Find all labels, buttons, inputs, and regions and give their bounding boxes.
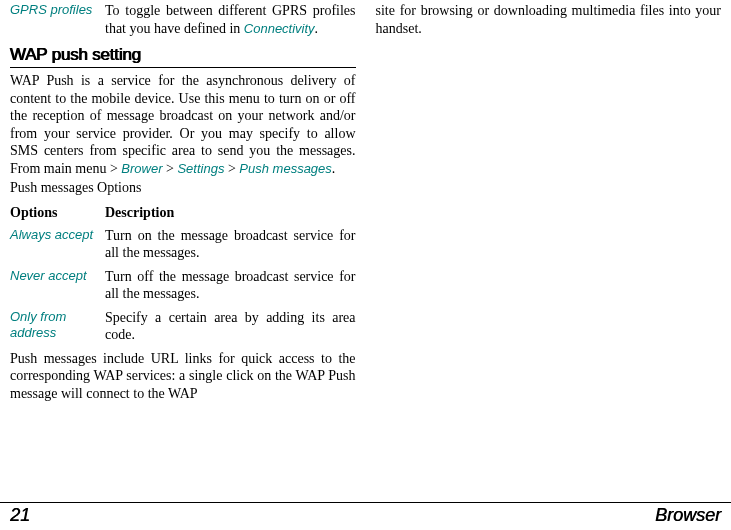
- options-col-header: Options: [10, 205, 105, 221]
- table-row: Never accept Turn off the message broadc…: [10, 268, 356, 303]
- right-continuation: site for browsing or downloading multime…: [376, 2, 722, 37]
- options-table-header: Options Description: [10, 205, 356, 221]
- only-from-address-desc: Specify a certain area by adding its are…: [105, 309, 356, 344]
- page-number: 21: [10, 505, 30, 526]
- push-options-subhead: Push messages Options: [10, 179, 356, 197]
- brower-link[interactable]: Brower: [121, 161, 162, 176]
- para-mid2: >: [224, 161, 239, 176]
- right-column: site for browsing or downloading multime…: [366, 2, 732, 502]
- table-row: Only from address Specify a certain area…: [10, 309, 356, 344]
- page-footer: 21 Browser: [0, 502, 731, 530]
- para-mid1: >: [163, 161, 178, 176]
- never-accept-label: Never accept: [10, 268, 105, 303]
- connectivity-link[interactable]: Connectivity: [244, 21, 315, 36]
- footer-title: Browser: [655, 505, 721, 526]
- gprs-desc-post: .: [315, 21, 319, 36]
- gprs-profiles-desc: To toggle between different GPRS profile…: [105, 2, 356, 37]
- always-accept-label: Always accept: [10, 227, 105, 262]
- gprs-profiles-row: GPRS profiles To toggle between differen…: [10, 2, 356, 37]
- description-col-header: Description: [105, 205, 174, 221]
- gprs-profiles-label: GPRS profiles: [10, 2, 105, 37]
- push-tail-paragraph: Push messages include URL links for quic…: [10, 350, 356, 403]
- wap-push-paragraph: WAP Push is a service for the asynchrono…: [10, 72, 356, 177]
- para-post: .: [332, 161, 336, 176]
- never-accept-desc: Turn off the message broadcast service f…: [105, 268, 356, 303]
- always-accept-desc: Turn on the message broadcast service fo…: [105, 227, 356, 262]
- left-column: GPRS profiles To toggle between differen…: [0, 2, 366, 502]
- table-row: Always accept Turn on the message broadc…: [10, 227, 356, 262]
- only-from-address-label: Only from address: [10, 309, 105, 344]
- settings-link[interactable]: Settings: [177, 161, 224, 176]
- wap-push-heading: WAP push setting: [10, 45, 356, 68]
- push-messages-link[interactable]: Push messages: [239, 161, 332, 176]
